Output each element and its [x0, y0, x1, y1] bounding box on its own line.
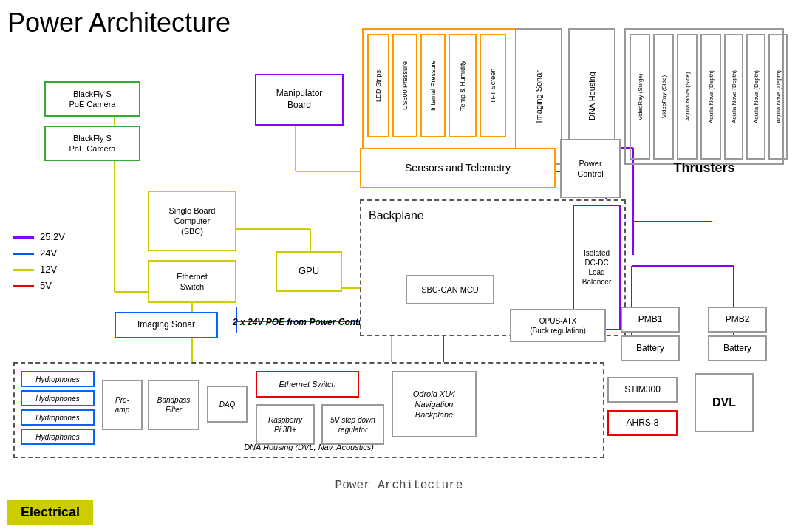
eth-switch-top-box: Ethernet Switch	[148, 260, 236, 303]
battery2-label: Battery	[723, 343, 751, 355]
isolated-dc-label: Isolated DC-DC Load Balancer	[582, 248, 611, 287]
aquila-nova-depth3-label: Aquila Nova (Depth)	[753, 70, 760, 123]
sensors-telemetry-label: Sensors and Telemetry	[405, 161, 511, 174]
thrusters-label: Thrusters	[673, 160, 734, 177]
sbc-can-label: SBC-CAN MCU	[421, 284, 479, 295]
pmb2-box: PMB2	[708, 307, 767, 332]
battery1-label: Battery	[636, 343, 664, 355]
internal-vbox: Internal Pressure	[420, 34, 446, 137]
us300-label: US300 Pressure	[401, 61, 409, 110]
legend-label-yellow: 12V	[40, 262, 57, 278]
odroid-box: Odroid XU4 Navigation Backplane	[392, 371, 477, 437]
battery2-box: Battery	[708, 335, 767, 361]
internal-label: Internal Pressure	[429, 61, 437, 112]
preamp-label: Pre- amp	[115, 395, 129, 415]
imaging-sonar-right-label: Imaging Sonar	[533, 70, 544, 123]
temp-label: Temp & Humidity	[459, 61, 466, 111]
dvl-label: DVL	[712, 395, 736, 411]
hydro2-box: Hydrophones	[21, 390, 95, 406]
tft-vbox: TFT Screen	[480, 34, 506, 137]
temp-vbox: Temp & Humidity	[449, 34, 477, 137]
ahrs8-label: AHRS-8	[626, 417, 658, 429]
dvl-box: DVL	[695, 373, 754, 432]
blackfly1-box: BlackFly S PoE Camera	[44, 81, 140, 117]
legend-item-yellow: 12V	[13, 262, 65, 278]
aquila-nova-depth2-label: Aquila Nova (Depth)	[731, 70, 737, 123]
pmb1-box: PMB1	[621, 307, 680, 332]
preamp-box: Pre- amp	[102, 380, 143, 430]
opus-atx-box: OPUS-ATX (Buck regulation)	[510, 309, 606, 342]
aquila-depth3-vbox: Aquila Nova (Depth)	[746, 34, 765, 160]
page: Power Architecture 25.2V 24V 12V 5V	[0, 0, 798, 532]
eth-switch-top-label: Ethernet Switch	[177, 271, 208, 293]
sbc-can-box: SBC-CAN MCU	[406, 275, 494, 304]
legend-item-purple: 25.2V	[13, 229, 65, 245]
gpu-label: GPU	[299, 265, 319, 278]
ahrs8-box: AHRS-8	[607, 410, 678, 436]
aquila-side-vbox: Aquila Nova (Side)	[677, 34, 698, 160]
pmb2-label: PMB2	[726, 314, 750, 326]
subtitle: Power Architecture	[0, 479, 798, 492]
hydro1-label: Hydrophones	[35, 375, 79, 384]
daq-label: DAQ	[219, 400, 236, 409]
manipulator-box: Manipulator Board	[255, 74, 344, 126]
legend-label-blue: 24V	[40, 245, 57, 262]
power-control-label: Power Control	[577, 158, 603, 180]
aquila-depth1-vbox: Aquila Nova (Depth)	[700, 34, 721, 160]
led-vbox: LED Strips	[367, 34, 389, 137]
sensors-telemetry-box: Sensors and Telemetry	[360, 148, 556, 188]
legend-label-purple: 25.2V	[40, 229, 65, 245]
videoreay-side-vbox: VideoRay (Side)	[653, 34, 674, 160]
tft-label: TFT Screen	[489, 68, 497, 103]
legend: 25.2V 24V 12V 5V	[13, 229, 65, 294]
stim300-label: STIM300	[624, 384, 661, 396]
eth-switch-bottom-box: Ethernet Switch	[256, 371, 359, 398]
eth-switch-bottom-label: Ethernet Switch	[279, 379, 335, 389]
aquila-depth4-vbox: Aquila Nova (Depth)	[768, 34, 788, 160]
daq-box: DAQ	[207, 386, 248, 423]
imaging-sonar-left-box: Imaging Sonar	[115, 312, 218, 338]
blackfly2-label: BlackFly S PoE Camera	[69, 133, 116, 154]
legend-label-red: 5V	[40, 278, 52, 294]
step5v-box: 5V step down regulator	[321, 404, 384, 445]
hydro2-label: Hydrophones	[35, 394, 79, 403]
us300-vbox: US300 Pressure	[392, 34, 417, 137]
blackfly2-box: BlackFly S PoE Camera	[44, 126, 140, 161]
raspi-box: Raspberry Pi 3B+	[256, 404, 315, 445]
hydro3-label: Hydrophones	[35, 413, 79, 423]
imaging-sonar-left-label: Imaging Sonar	[137, 319, 195, 331]
aquila-nova-depth1-label: Aquila Nova (Depth)	[708, 70, 715, 123]
manipulator-label: Manipulator Board	[276, 88, 323, 111]
hydro4-label: Hydrophones	[35, 432, 79, 442]
stim300-box: STIM300	[607, 377, 678, 403]
battery1-box: Battery	[621, 335, 680, 361]
thrusters-box: Thrusters	[624, 148, 784, 188]
aquila-nova-depth4-label: Aquila Nova (Depth)	[775, 70, 782, 123]
odroid-label: Odroid XU4 Navigation Backplane	[413, 389, 455, 420]
dna-housing-bottom-box: DNA Housing (DVL, Nav, Acoustics) Hydrop…	[13, 362, 604, 458]
legend-item-blue: 24V	[13, 245, 65, 262]
footer-badge: Electrical	[7, 500, 93, 525]
opus-atx-label: OPUS-ATX (Buck regulation)	[530, 316, 586, 335]
pmb1-label: PMB1	[638, 314, 663, 326]
step5v-label: 5V step down regulator	[330, 415, 375, 434]
blackfly1-label: BlackFly S PoE Camera	[69, 89, 116, 110]
sbc-box: Single Board Computer (SBC)	[148, 191, 236, 251]
videoreay-side-label: VideoRay (Side)	[661, 75, 667, 118]
power-control-box: Power Control	[560, 139, 621, 198]
bandpass-label: Bandpass Filter	[157, 395, 190, 415]
legend-item-red: 5V	[13, 278, 65, 294]
hydro3-box: Hydrophones	[21, 409, 95, 426]
videoreay-surge-label: VideoRay (Surge)	[637, 73, 644, 120]
led-label: LED Strips	[375, 70, 382, 102]
aquila-nova-side-label: Aquila Nova (Side)	[684, 72, 691, 122]
gpu-box: GPU	[276, 251, 342, 292]
sbc-label: Single Board Computer (SBC)	[169, 205, 216, 237]
hydro4-box: Hydrophones	[21, 429, 95, 445]
dna-housing-label: DNA Housing	[587, 72, 597, 120]
videoreay-surge-vbox: VideoRay (Surge)	[630, 34, 650, 160]
bandpass-box: Bandpass Filter	[148, 380, 200, 430]
aquila-depth2-vbox: Aquila Nova (Depth)	[724, 34, 743, 160]
hydro1-box: Hydrophones	[21, 371, 95, 387]
imaging-sonar-right-box: Imaging Sonar	[515, 28, 562, 165]
